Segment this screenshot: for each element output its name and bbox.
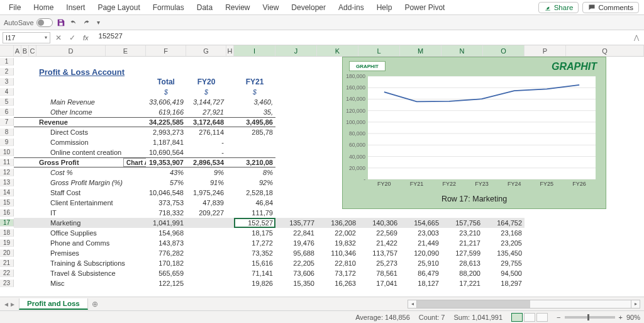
cell-value[interactable]: 35,: [234, 107, 275, 117]
row-label[interactable]: Office Supplies: [36, 228, 146, 238]
col-header-F[interactable]: F: [146, 45, 186, 56]
cell-fy24[interactable]: 21,449: [400, 238, 441, 248]
cell-fy20[interactable]: 18,175: [234, 228, 275, 238]
cell-fy21[interactable]: 19,476: [275, 238, 317, 248]
cell-label[interactable]: [186, 57, 226, 67]
cell-value[interactable]: 111,79: [234, 208, 275, 218]
row-header-1[interactable]: 1: [0, 58, 14, 65]
cell-value[interactable]: 619,166: [146, 107, 186, 117]
row-label[interactable]: Travel & Subsistence: [36, 268, 146, 278]
row-label[interactable]: Main Revenue: [36, 97, 146, 107]
row-label[interactable]: Revenue: [36, 117, 146, 127]
cell-value[interactable]: 47,839: [186, 198, 226, 208]
row-header-20[interactable]: 20: [0, 249, 14, 257]
cell-value[interactable]: 565,659: [146, 268, 186, 278]
cell-value[interactable]: 2,993,273: [146, 127, 186, 137]
row-header-21[interactable]: 21: [0, 259, 14, 267]
cell-value[interactable]: 285,78: [234, 127, 275, 137]
sheet-tab-profit-and-loss[interactable]: Profit and Loss: [19, 298, 88, 310]
row-label[interactable]: Staff Cost: [36, 188, 146, 198]
cell-fy25[interactable]: 88,200: [441, 268, 483, 278]
cell-fy23[interactable]: 17,041: [358, 278, 400, 288]
cell-fy21[interactable]: 15,350: [275, 278, 317, 288]
cell-fy23[interactable]: 21,422: [358, 238, 400, 248]
cell-value[interactable]: [234, 147, 275, 157]
cell-value[interactable]: 1,975,246: [186, 188, 226, 198]
cell-fy24[interactable]: 25,910: [400, 258, 441, 268]
row-label[interactable]: Marketing: [36, 218, 146, 228]
cell-fy23[interactable]: 22,569: [358, 228, 400, 238]
cell-value[interactable]: 33,606,419: [146, 97, 186, 107]
cell-fy21[interactable]: 73,606: [275, 268, 317, 278]
cell-fy26[interactable]: 135,450: [483, 248, 525, 258]
row-label[interactable]: Premises: [36, 248, 146, 258]
row-label[interactable]: Online content creation: [36, 147, 146, 157]
sheet-title[interactable]: Profit & Loss Account: [36, 67, 186, 77]
cell-value[interactable]: 3,172,648: [186, 117, 226, 127]
cell-fy21[interactable]: 22,205: [275, 258, 317, 268]
row-label[interactable]: Gross ProfitChart Area: [36, 157, 146, 167]
row-header-8[interactable]: 8: [0, 128, 14, 136]
col-header-G[interactable]: G: [186, 45, 226, 56]
row-header-22[interactable]: 22: [0, 269, 14, 277]
cell-fy20[interactable]: 19,826: [234, 278, 275, 288]
tab-developer[interactable]: Developer: [285, 1, 332, 14]
cell-label[interactable]: [36, 77, 106, 87]
tab-review[interactable]: Review: [219, 1, 256, 14]
row-header-19[interactable]: 19: [0, 239, 14, 247]
col-header-O[interactable]: O: [483, 45, 525, 56]
cell-fy25[interactable]: 17,221: [441, 278, 483, 288]
row-header-23[interactable]: 23: [0, 280, 14, 287]
col-header-Q[interactable]: Q: [566, 45, 644, 56]
select-all-corner[interactable]: [0, 45, 14, 56]
col-header-D[interactable]: D: [36, 45, 106, 56]
row-header-10[interactable]: 10: [0, 149, 14, 156]
cell-value[interactable]: 3,460,: [234, 97, 275, 107]
sheet-nav[interactable]: ◂ ▸: [0, 300, 19, 309]
col-title-fy21[interactable]: FY21: [234, 77, 275, 87]
cell-fy25[interactable]: 21,217: [441, 238, 483, 248]
cell-fy22[interactable]: 73,172: [317, 268, 358, 278]
tab-help[interactable]: Help: [370, 1, 399, 14]
cell-value[interactable]: 373,753: [146, 198, 186, 208]
row-header-9[interactable]: 9: [0, 139, 14, 146]
cell-fy24[interactable]: 18,127: [400, 278, 441, 288]
cell-fy21[interactable]: 135,777: [275, 218, 317, 228]
cell-fy20[interactable]: 17,272: [234, 238, 275, 248]
cell-value[interactable]: 1,041,991: [146, 218, 186, 228]
cell-fy24[interactable]: 120,090: [400, 248, 441, 258]
cell-value[interactable]: 10,046,548: [146, 188, 186, 198]
confirm-edit-button[interactable]: ✓: [67, 32, 78, 43]
tab-home[interactable]: Home: [27, 1, 60, 14]
row-label[interactable]: Cost %: [36, 167, 146, 178]
undo-button[interactable]: [69, 18, 78, 27]
cell-value[interactable]: 154,968: [146, 228, 186, 238]
autosave-toggle[interactable]: AutoSave: [4, 18, 53, 27]
cell-fy24[interactable]: 86,479: [400, 268, 441, 278]
zoom-in-icon[interactable]: +: [619, 314, 623, 321]
col-header-K[interactable]: K: [317, 45, 358, 56]
cell-fy25[interactable]: 127,599: [441, 248, 483, 258]
cell-value[interactable]: 3,144,727: [186, 97, 226, 107]
cell-fy22[interactable]: 16,263: [317, 278, 358, 288]
cell-value[interactable]: 46,84: [234, 198, 275, 208]
row-header-7[interactable]: 7: [0, 118, 14, 126]
cell-value[interactable]: 209,227: [186, 208, 226, 218]
tab-page-layout[interactable]: Page Layout: [91, 1, 146, 14]
row-header-3[interactable]: 3: [0, 78, 14, 86]
row-header-13[interactable]: 13: [0, 179, 14, 186]
tab-insert[interactable]: Insert: [60, 1, 91, 14]
scrollbar-thumb[interactable]: [417, 300, 530, 308]
add-sheet-button[interactable]: ⊕: [88, 298, 102, 310]
cell-fy24[interactable]: 23,003: [400, 228, 441, 238]
row-label[interactable]: Training & Subscriptions: [36, 258, 146, 268]
row-label[interactable]: Phone and Comms: [36, 238, 146, 248]
cell-fy20[interactable]: 152,527: [234, 218, 275, 228]
normal-view-button[interactable]: [511, 313, 523, 322]
row-label[interactable]: Gross Profit Margin (%): [36, 178, 146, 188]
col-title-fy20[interactable]: FY20: [186, 77, 226, 87]
tab-power-pivot[interactable]: Power Pivot: [398, 1, 451, 14]
cell-label[interactable]: [106, 77, 146, 87]
col-header-A[interactable]: A: [14, 45, 21, 56]
cell-fy25[interactable]: 157,756: [441, 218, 483, 228]
